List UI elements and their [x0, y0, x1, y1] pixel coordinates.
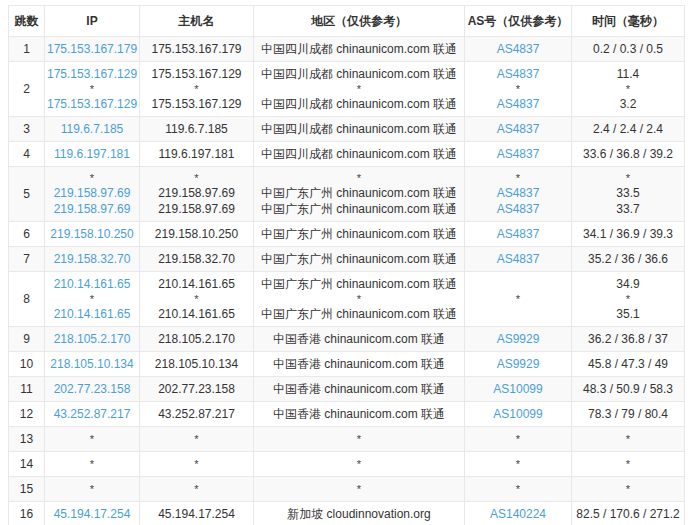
hop-cell: 6: [9, 222, 45, 247]
ip-cell: 119.6.7.185: [45, 117, 140, 142]
ip-link[interactable]: 219.158.97.69: [54, 202, 131, 216]
asn-link[interactable]: AS4837: [497, 202, 540, 216]
region-cell: 中国香港 chinaunicom.com 联通: [254, 327, 465, 352]
table-row: 7219.158.32.70219.158.32.70中国广东广州 chinau…: [9, 247, 685, 272]
time-cell: *33.533.7: [572, 167, 685, 222]
table-row: 14*****: [9, 452, 685, 477]
time-value: 11.4: [574, 66, 682, 82]
ip-link[interactable]: 219.158.97.69: [54, 186, 131, 200]
asn-link[interactable]: AS140224: [490, 507, 546, 521]
ip-link[interactable]: 175.153.167.129: [47, 97, 137, 111]
table-row: 3119.6.7.185119.6.7.185中国四川成都 chinaunico…: [9, 117, 685, 142]
asn-cell: AS4837: [465, 247, 572, 272]
ip-cell: 218.105.2.170: [45, 327, 140, 352]
time-cell: 11.4*3.2: [572, 62, 685, 117]
region-value: 中国四川成都 chinaunicom.com 联通: [256, 96, 462, 112]
asn-link[interactable]: AS10099: [493, 382, 542, 396]
ip-link[interactable]: 210.14.161.65: [54, 307, 131, 321]
host-cell: *: [140, 452, 254, 477]
ip-link[interactable]: 43.252.87.217: [54, 407, 131, 421]
ip-link[interactable]: 219.158.32.70: [54, 252, 131, 266]
ip-cell: 175.153.167.179: [45, 37, 140, 62]
asn-link[interactable]: AS4837: [497, 97, 540, 111]
table-row: 1175.153.167.179175.153.167.179中国四川成都 ch…: [9, 37, 685, 62]
region-value: 中国广东广州 chinaunicom.com 联通: [256, 251, 462, 267]
time-value: *: [574, 457, 682, 471]
ip-cell: 43.252.87.217: [45, 402, 140, 427]
hop-cell: 15: [9, 477, 45, 502]
asn-cell: *: [465, 272, 572, 327]
region-value: 中国广东广州 chinaunicom.com 联通: [256, 276, 462, 292]
table-row: 5*219.158.97.69219.158.97.69*219.158.97.…: [9, 167, 685, 222]
asn-link[interactable]: AS4837: [497, 252, 540, 266]
ip-link[interactable]: 218.105.2.170: [54, 332, 131, 346]
asn-cell: AS4837: [465, 117, 572, 142]
region-cell: 中国香港 chinaunicom.com 联通: [254, 377, 465, 402]
ip-link[interactable]: 175.153.167.179: [47, 42, 137, 56]
traceroute-table: 跳数 IP 主机名 地区（仅供参考） AS号（仅供参考） 时间（毫秒） 1175…: [8, 5, 685, 525]
table-row: 8210.14.161.65*210.14.161.65210.14.161.6…: [9, 272, 685, 327]
host-value: 202.77.23.158: [142, 381, 251, 397]
ip-link[interactable]: 175.153.167.129: [47, 67, 137, 81]
ip-value: *: [47, 482, 137, 496]
asn-link[interactable]: AS4837: [497, 186, 540, 200]
asn-value: *: [467, 432, 569, 446]
asn-link[interactable]: AS4837: [497, 67, 540, 81]
host-value: 219.158.97.69: [142, 185, 251, 201]
time-value: 33.5: [574, 185, 682, 201]
host-cell: 218.105.10.134: [140, 352, 254, 377]
host-value: 175.153.167.129: [142, 96, 251, 112]
hop-cell: 8: [9, 272, 45, 327]
asn-cell: AS4837: [465, 142, 572, 167]
time-cell: 36.2 / 36.8 / 37: [572, 327, 685, 352]
asn-cell: AS4837: [465, 37, 572, 62]
asn-link[interactable]: AS9929: [497, 332, 540, 346]
col-header-time: 时间（毫秒）: [572, 6, 685, 37]
host-cell: 43.252.87.217: [140, 402, 254, 427]
time-value: 45.8 / 47.3 / 49: [574, 356, 682, 372]
region-cell: 中国广东广州 chinaunicom.com 联通*中国广东广州 chinaun…: [254, 272, 465, 327]
hop-cell: 4: [9, 142, 45, 167]
col-header-hop: 跳数: [9, 6, 45, 37]
region-value: 中国四川成都 chinaunicom.com 联通: [256, 66, 462, 82]
region-cell: 中国四川成都 chinaunicom.com 联通: [254, 117, 465, 142]
table-row: 2175.153.167.129*175.153.167.129175.153.…: [9, 62, 685, 117]
ip-cell: 175.153.167.129*175.153.167.129: [45, 62, 140, 117]
host-cell: 219.158.32.70: [140, 247, 254, 272]
region-value: 中国四川成都 chinaunicom.com 联通: [256, 121, 462, 137]
host-cell: 175.153.167.129*175.153.167.129: [140, 62, 254, 117]
asn-cell: AS10099: [465, 377, 572, 402]
asn-link[interactable]: AS10099: [493, 407, 542, 421]
asn-link[interactable]: AS4837: [497, 147, 540, 161]
host-cell: 218.105.2.170: [140, 327, 254, 352]
asn-link[interactable]: AS4837: [497, 122, 540, 136]
asn-link[interactable]: AS4837: [497, 42, 540, 56]
hop-cell: 3: [9, 117, 45, 142]
ip-cell: *219.158.97.69219.158.97.69: [45, 167, 140, 222]
asn-link[interactable]: AS4837: [497, 227, 540, 241]
ip-cell: *: [45, 477, 140, 502]
region-cell: 中国广东广州 chinaunicom.com 联通: [254, 222, 465, 247]
asn-cell: AS4837*AS4837: [465, 62, 572, 117]
ip-link[interactable]: 219.158.10.250: [50, 227, 133, 241]
time-cell: 45.8 / 47.3 / 49: [572, 352, 685, 377]
region-value: 中国广东广州 chinaunicom.com 联通: [256, 226, 462, 242]
table-row: 13*****: [9, 427, 685, 452]
ip-link[interactable]: 202.77.23.158: [54, 382, 131, 396]
hop-cell: 14: [9, 452, 45, 477]
host-cell: 45.194.17.254: [140, 502, 254, 525]
ip-link[interactable]: 218.105.10.134: [50, 357, 133, 371]
ip-link[interactable]: 45.194.17.254: [54, 507, 131, 521]
ip-link[interactable]: 210.14.161.65: [54, 277, 131, 291]
region-value: 中国香港 chinaunicom.com 联通: [256, 406, 462, 422]
table-row: 15*****: [9, 477, 685, 502]
time-cell: 82.5 / 170.6 / 271.2: [572, 502, 685, 525]
ip-link[interactable]: 119.6.7.185: [61, 122, 124, 136]
asn-link[interactable]: AS9929: [497, 357, 540, 371]
ip-link[interactable]: 119.6.197.181: [54, 147, 130, 161]
table-row: 4119.6.197.181119.6.197.181中国四川成都 chinau…: [9, 142, 685, 167]
ip-cell: 210.14.161.65*210.14.161.65: [45, 272, 140, 327]
asn-value: *: [467, 457, 569, 471]
host-cell: 119.6.7.185: [140, 117, 254, 142]
host-value: 218.105.10.134: [142, 356, 251, 372]
